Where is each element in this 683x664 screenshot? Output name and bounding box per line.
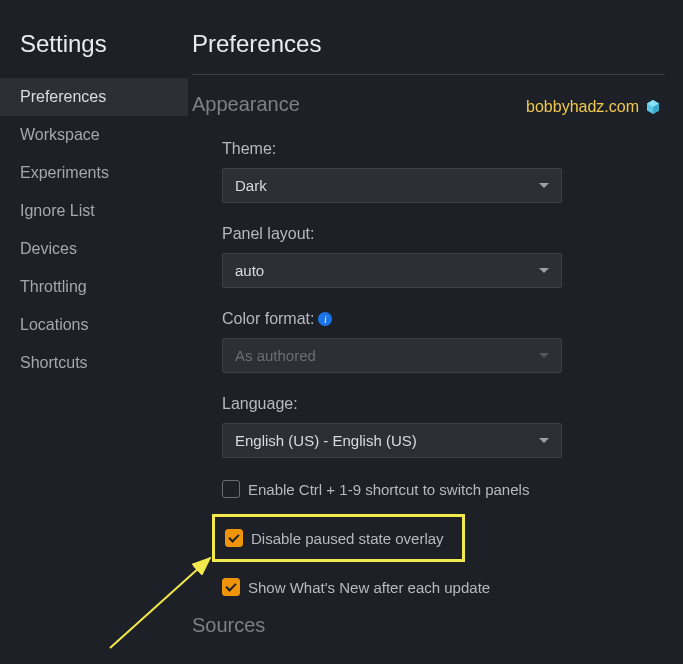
sidebar-item-ignore-list[interactable]: Ignore List — [0, 192, 188, 230]
settings-sidebar: Settings Preferences Workspace Experimen… — [0, 0, 188, 664]
shortcut-checkbox[interactable] — [222, 480, 240, 498]
whats-new-checkbox-label: Show What's New after each update — [248, 579, 490, 596]
main-content: Preferences bobbyhadz.com Appearance The… — [188, 0, 683, 664]
theme-label: Theme: — [222, 140, 665, 158]
paused-overlay-checkbox-label: Disable paused state overlay — [251, 530, 444, 547]
chevron-down-icon — [539, 183, 549, 188]
color-format-select: As authored — [222, 338, 562, 373]
cube-icon — [645, 99, 661, 115]
sidebar-item-throttling[interactable]: Throttling — [0, 268, 188, 306]
shortcut-checkbox-row[interactable]: Enable Ctrl + 1-9 shortcut to switch pan… — [192, 480, 665, 498]
shortcut-checkbox-label: Enable Ctrl + 1-9 shortcut to switch pan… — [248, 481, 529, 498]
highlight-annotation: Disable paused state overlay — [212, 514, 465, 562]
theme-value: Dark — [235, 177, 267, 194]
color-format-value: As authored — [235, 347, 316, 364]
sidebar-item-workspace[interactable]: Workspace — [0, 116, 188, 154]
chevron-down-icon — [539, 268, 549, 273]
color-format-label: Color format: i — [222, 310, 665, 328]
panel-layout-value: auto — [235, 262, 264, 279]
info-icon[interactable]: i — [318, 312, 332, 326]
chevron-down-icon — [539, 438, 549, 443]
section-sources-title: Sources — [192, 614, 665, 637]
panel-layout-select[interactable]: auto — [222, 253, 562, 288]
whats-new-checkbox[interactable] — [222, 578, 240, 596]
paused-overlay-checkbox[interactable] — [225, 529, 243, 547]
page-title: Preferences — [192, 30, 665, 75]
chevron-down-icon — [539, 353, 549, 358]
language-value: English (US) - English (US) — [235, 432, 417, 449]
panel-layout-label: Panel layout: — [222, 225, 665, 243]
sidebar-item-shortcuts[interactable]: Shortcuts — [0, 344, 188, 382]
whats-new-checkbox-row[interactable]: Show What's New after each update — [192, 578, 665, 596]
sidebar-item-locations[interactable]: Locations — [0, 306, 188, 344]
sidebar-title: Settings — [0, 30, 188, 78]
watermark: bobbyhadz.com — [526, 98, 661, 116]
sidebar-item-preferences[interactable]: Preferences — [0, 78, 188, 116]
theme-select[interactable]: Dark — [222, 168, 562, 203]
language-label: Language: — [222, 395, 665, 413]
language-select[interactable]: English (US) - English (US) — [222, 423, 562, 458]
watermark-text: bobbyhadz.com — [526, 98, 639, 116]
sidebar-item-devices[interactable]: Devices — [0, 230, 188, 268]
sidebar-item-experiments[interactable]: Experiments — [0, 154, 188, 192]
